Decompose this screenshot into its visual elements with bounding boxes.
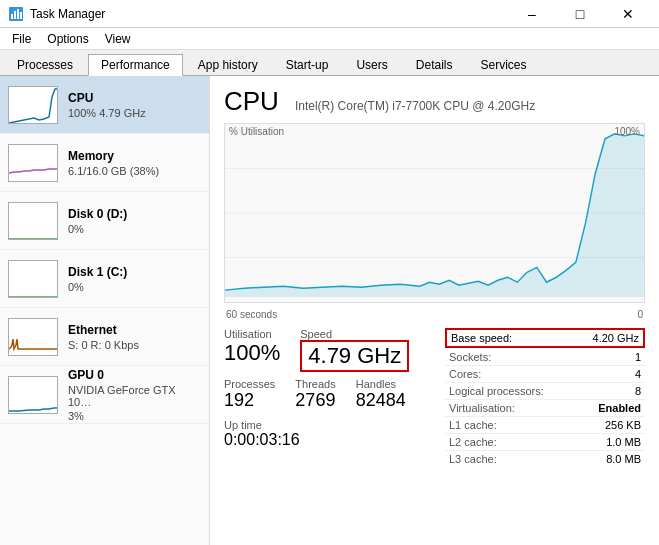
chart-x-right: 0: [637, 309, 643, 320]
tab-services[interactable]: Services: [467, 53, 539, 75]
gpu0-info: GPU 0 NVIDIA GeForce GTX 10… 3%: [68, 368, 201, 422]
info-l3-value: 8.0 MB: [606, 453, 641, 465]
info-sockets-label: Sockets:: [449, 351, 491, 363]
info-l2: L2 cache: 1.0 MB: [445, 434, 645, 451]
info-basespeed: Base speed: 4.20 GHz: [445, 328, 645, 348]
info-l1: L1 cache: 256 KB: [445, 417, 645, 434]
speed-block: Speed 4.79 GHz: [300, 328, 409, 372]
svg-rect-3: [17, 9, 19, 19]
processes-value: 192: [224, 390, 275, 411]
svg-marker-8: [225, 134, 644, 297]
left-stats: Utilisation 100% Speed 4.79 GHz Processe…: [224, 328, 445, 467]
uptime-label: Up time: [224, 419, 445, 431]
disk0-info: Disk 0 (D:) 0%: [68, 207, 201, 235]
content-area: CPU Intel(R) Core(TM) i7-7700K CPU @ 4.2…: [210, 76, 659, 545]
tab-apphistory[interactable]: App history: [185, 53, 271, 75]
sidebar-item-memory[interactable]: Memory 6.1/16.0 GB (38%): [0, 134, 209, 192]
sidebar-item-disk1[interactable]: Disk 1 (C:) 0%: [0, 250, 209, 308]
info-virt: Virtualisation: Enabled: [445, 400, 645, 417]
menu-file[interactable]: File: [4, 30, 39, 48]
disk0-thumbnail: [8, 202, 58, 240]
info-virt-label: Virtualisation:: [449, 402, 515, 414]
ethernet-value: S: 0 R: 0 Kbps: [68, 339, 201, 351]
chart-x-left: 60 seconds: [226, 309, 277, 320]
info-l3: L3 cache: 8.0 MB: [445, 451, 645, 467]
utilisation-block: Utilisation 100%: [224, 328, 280, 372]
info-cores-value: 4: [635, 368, 641, 380]
cpu-chart: % Utilisation 100%: [224, 123, 645, 303]
stats-row-1: Utilisation 100% Speed 4.79 GHz: [224, 328, 445, 372]
cpu-thumbnail: [8, 86, 58, 124]
threads-label: Threads: [295, 378, 335, 390]
info-logical: Logical processors: 8: [445, 383, 645, 400]
menu-view[interactable]: View: [97, 30, 139, 48]
ethernet-info: Ethernet S: 0 R: 0 Kbps: [68, 323, 201, 351]
sidebar-item-gpu0[interactable]: GPU 0 NVIDIA GeForce GTX 10… 3%: [0, 366, 209, 424]
disk1-value: 0%: [68, 281, 201, 293]
tab-startup[interactable]: Start-up: [273, 53, 342, 75]
uptime-block: Up time 0:00:03:16: [224, 419, 445, 449]
info-cores: Cores: 4: [445, 366, 645, 383]
memory-thumbnail: [8, 144, 58, 182]
chart-y-label: % Utilisation: [229, 126, 284, 137]
titlebar: Task Manager – □ ✕: [0, 0, 659, 28]
threads-block: Threads 2769: [295, 378, 335, 411]
stats-row-2: Processes 192 Threads 2769 Handles 82484: [224, 378, 445, 411]
info-virt-value: Enabled: [598, 402, 641, 414]
tab-details[interactable]: Details: [403, 53, 466, 75]
memory-info: Memory 6.1/16.0 GB (38%): [68, 149, 201, 177]
sidebar-item-ethernet[interactable]: Ethernet S: 0 R: 0 Kbps: [0, 308, 209, 366]
tab-processes[interactable]: Processes: [4, 53, 86, 75]
utilisation-label: Utilisation: [224, 328, 280, 340]
info-l3-label: L3 cache:: [449, 453, 497, 465]
info-basespeed-label: Base speed:: [451, 332, 512, 344]
cpu-label: CPU: [68, 91, 201, 105]
app-icon: [8, 6, 24, 22]
info-l1-value: 256 KB: [605, 419, 641, 431]
handles-label: Handles: [356, 378, 406, 390]
window-title: Task Manager: [30, 7, 509, 21]
info-panel: Base speed: 4.20 GHz Sockets: 1 Cores: 4…: [445, 328, 645, 467]
close-button[interactable]: ✕: [605, 0, 651, 28]
tabbar: Processes Performance App history Start-…: [0, 50, 659, 76]
info-logical-value: 8: [635, 385, 641, 397]
svg-rect-1: [11, 14, 13, 19]
menu-options[interactable]: Options: [39, 30, 96, 48]
processes-block: Processes 192: [224, 378, 275, 411]
disk1-info: Disk 1 (C:) 0%: [68, 265, 201, 293]
gpu0-label: GPU 0: [68, 368, 201, 382]
main-layout: CPU 100% 4.79 GHz Memory 6.1/16.0 GB (38…: [0, 76, 659, 545]
gpu0-value: 3%: [68, 410, 201, 422]
svg-rect-2: [14, 11, 16, 19]
info-logical-label: Logical processors:: [449, 385, 544, 397]
cpu-value: 100% 4.79 GHz: [68, 107, 201, 119]
disk1-thumbnail: [8, 260, 58, 298]
ethernet-label: Ethernet: [68, 323, 201, 337]
sidebar-item-disk0[interactable]: Disk 0 (D:) 0%: [0, 192, 209, 250]
minimize-button[interactable]: –: [509, 0, 555, 28]
disk1-label: Disk 1 (C:): [68, 265, 201, 279]
ethernet-thumbnail: [8, 318, 58, 356]
svg-rect-4: [20, 12, 22, 19]
info-l2-value: 1.0 MB: [606, 436, 641, 448]
info-sockets: Sockets: 1: [445, 349, 645, 366]
content-header: CPU Intel(R) Core(TM) i7-7700K CPU @ 4.2…: [224, 86, 645, 117]
sidebar-item-cpu[interactable]: CPU 100% 4.79 GHz: [0, 76, 209, 134]
tab-users[interactable]: Users: [343, 53, 400, 75]
handles-block: Handles 82484: [356, 378, 406, 411]
bottom-stats: Utilisation 100% Speed 4.79 GHz Processe…: [224, 328, 645, 467]
menubar: File Options View: [0, 28, 659, 50]
info-l2-label: L2 cache:: [449, 436, 497, 448]
threads-value: 2769: [295, 390, 335, 411]
handles-value: 82484: [356, 390, 406, 411]
tab-performance[interactable]: Performance: [88, 54, 183, 76]
info-sockets-value: 1: [635, 351, 641, 363]
content-title: CPU: [224, 86, 279, 117]
info-l1-label: L1 cache:: [449, 419, 497, 431]
maximize-button[interactable]: □: [557, 0, 603, 28]
utilisation-value: 100%: [224, 340, 280, 366]
gpu0-thumbnail: [8, 376, 58, 414]
window-controls: – □ ✕: [509, 0, 651, 28]
info-cores-label: Cores:: [449, 368, 481, 380]
disk0-value: 0%: [68, 223, 201, 235]
